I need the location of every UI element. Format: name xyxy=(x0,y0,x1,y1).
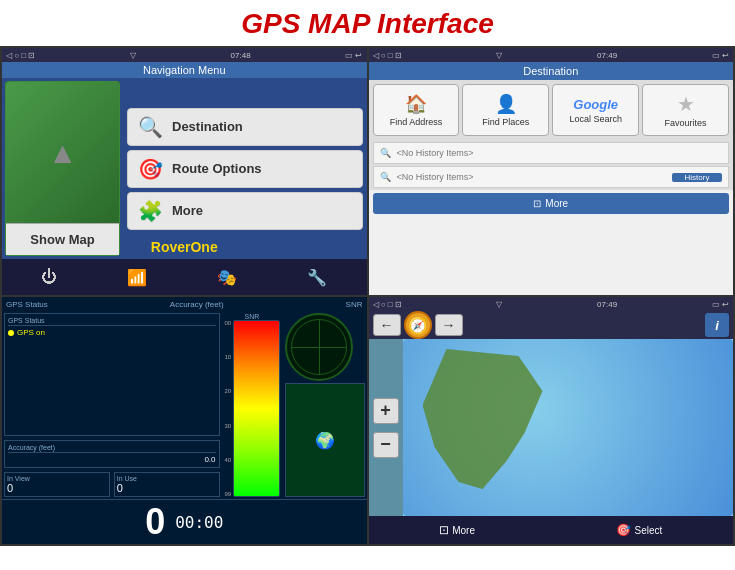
nav-bottom-toolbar: ⏻ 📶 🎭 🔧 xyxy=(2,259,367,295)
map-bottom-toolbar: ⊡ More 🎯 Select xyxy=(369,516,734,544)
snr-num-30: 30 xyxy=(225,423,232,429)
gps-on-label: GPS on xyxy=(17,328,45,337)
gps-main-content: GPS Status GPS on Accuracy (feet) 0.0 In… xyxy=(2,311,367,499)
map-select-icon: 🎯 xyxy=(616,523,631,537)
history-side-label: History xyxy=(672,173,722,182)
nav-map-preview: ▲ xyxy=(6,82,119,223)
screen-destination: ◁ ○ □ ⊡ ▽ 07:49 ▭ ↩ Destination 🏠 Find A… xyxy=(369,48,734,295)
screen4-left-icons: ◁ ○ □ ⊡ xyxy=(373,300,402,309)
screen4-status-bar: ◁ ○ □ ⊡ ▽ 07:49 ▭ ↩ xyxy=(369,297,734,311)
route-options-label: Route Options xyxy=(172,161,262,176)
history-row-1[interactable]: 🔍 <No History Items> xyxy=(373,142,730,164)
screen2-right-icons: ▭ ↩ xyxy=(712,51,729,60)
map-more-label: More xyxy=(452,525,475,536)
info-button[interactable]: i xyxy=(705,313,729,337)
more-icon: 🧩 xyxy=(136,199,164,223)
screens-container: ◁ ○ □ ⊡ ▽ 07:48 ▭ ↩ Navigation Menu ▲ Sh… xyxy=(0,46,735,546)
snr-color-bar xyxy=(233,320,279,497)
map-globe-view xyxy=(403,339,734,516)
in-use-value: 0 xyxy=(117,482,217,494)
gps-status-panel: GPS Status GPS on xyxy=(4,313,220,436)
snr-bar-panel: SNR 00 10 20 30 40 99 xyxy=(225,313,280,497)
map-body: + − xyxy=(369,339,734,516)
find-places-button[interactable]: 👤 Find Places xyxy=(462,84,549,136)
snr-numbers-col: 00 10 20 30 40 99 xyxy=(225,320,234,497)
snr-label: SNR xyxy=(225,313,280,320)
screen1-title-bar: Navigation Menu xyxy=(2,62,367,78)
find-address-icon: 🏠 xyxy=(405,93,427,115)
in-view-panel: In View 0 xyxy=(4,472,110,497)
accuracy-header-label: Accuracy (feet) xyxy=(8,444,216,453)
map-zoom-controls: + − xyxy=(369,339,403,516)
page-title: GPS MAP Interface xyxy=(0,0,735,46)
nav-item-route-options[interactable]: 🎯 Route Options xyxy=(127,150,363,188)
continent-north-america xyxy=(423,349,543,489)
map-select-button[interactable]: 🎯 Select xyxy=(608,521,670,539)
gps-on-indicator: GPS on xyxy=(8,328,216,337)
in-use-panel: In Use 0 xyxy=(114,472,220,497)
map-navigation-buttons: ← 🧭 → xyxy=(373,311,463,339)
screen4-time: 07:49 xyxy=(597,300,617,309)
google-icon: Google xyxy=(573,97,618,112)
settings-icon[interactable]: 🔧 xyxy=(307,268,327,287)
history-row-2[interactable]: 🔍 <No History Items> History xyxy=(373,166,730,188)
history-section: 🔍 <No History Items> 🔍 <No History Items… xyxy=(369,140,734,190)
signal-icon: 📶 xyxy=(127,268,147,287)
destination-more-button[interactable]: ⊡ More xyxy=(373,193,730,214)
favourites-button[interactable]: ★ Favourites xyxy=(642,84,729,136)
more-label: More xyxy=(172,203,203,218)
destination-title-bar: Destination xyxy=(369,62,734,80)
screen1-left-icons: ◁ ○ □ ⊡ xyxy=(6,51,35,60)
favourites-label: Favourites xyxy=(665,118,707,128)
gps-dot xyxy=(8,330,14,336)
screen2-status-bar: ◁ ○ □ ⊡ ▽ 07:49 ▭ ↩ xyxy=(369,48,734,62)
nav-menu-list: 🔍 Destination 🎯 Route Options 🧩 More xyxy=(123,78,367,259)
history-item-2-text: <No History Items> xyxy=(397,172,667,182)
screen1-time: 07:48 xyxy=(231,51,251,60)
nav-item-destination[interactable]: 🔍 Destination xyxy=(127,108,363,146)
screen1-signal: ▽ xyxy=(130,51,136,60)
destination-label: Destination xyxy=(172,119,243,134)
zoom-in-button[interactable]: + xyxy=(373,398,399,424)
world-map-mini: 🌍 xyxy=(285,383,365,497)
show-map-button[interactable]: Show Map xyxy=(6,223,119,255)
zoom-out-button[interactable]: − xyxy=(373,432,399,458)
power-icon[interactable]: ⏻ xyxy=(41,268,57,286)
screen3-accuracy-header: Accuracy (feet) xyxy=(170,300,224,309)
local-search-label: Local Search xyxy=(569,114,622,124)
nav-body: ▲ Show Map 🔍 Destination 🎯 Route Options… xyxy=(2,78,367,259)
screen3-snr-header: SNR xyxy=(346,300,363,309)
local-search-button[interactable]: Google Local Search xyxy=(552,84,639,136)
compass-icon: 🧭 xyxy=(408,316,428,335)
map-arrow-left-button[interactable]: ← xyxy=(373,314,401,336)
gps-status-title: GPS Status xyxy=(6,300,48,309)
map-arrow-right-button[interactable]: → xyxy=(435,314,463,336)
speed-time-bar: 0 00:00 xyxy=(2,499,367,544)
route-options-icon: 🎯 xyxy=(136,157,164,181)
screen-map-view: ◁ ○ □ ⊡ ▽ 07:49 ▭ ↩ ← 🧭 → i + − xyxy=(369,297,734,544)
accuracy-value-display: 0.0 xyxy=(8,455,216,464)
radar-display xyxy=(285,313,353,381)
snr-num-00: 00 xyxy=(225,320,232,326)
screen-navigation: ◁ ○ □ ⊡ ▽ 07:48 ▭ ↩ Navigation Menu ▲ Sh… xyxy=(2,48,367,295)
history-clock-icon: 🔍 xyxy=(380,172,391,182)
dest-more-icon: ⊡ xyxy=(533,198,541,209)
find-address-button[interactable]: 🏠 Find Address xyxy=(373,84,460,136)
destination-buttons: 🏠 Find Address 👤 Find Places Google Loca… xyxy=(369,80,734,140)
map-more-button[interactable]: ⊡ More xyxy=(431,521,483,539)
nav-item-more[interactable]: 🧩 More xyxy=(127,192,363,230)
snr-num-99: 99 xyxy=(225,491,232,497)
history-item-1-text: <No History Items> xyxy=(397,148,723,158)
screen1-status-bar: ◁ ○ □ ⊡ ▽ 07:48 ▭ ↩ xyxy=(2,48,367,62)
snr-num-20: 20 xyxy=(225,388,232,394)
screen2-signal: ▽ xyxy=(496,51,502,60)
screen1-right-icons: ▭ ↩ xyxy=(345,51,362,60)
map-preview-icon: ▲ xyxy=(48,136,78,170)
compass-button[interactable]: 🧭 xyxy=(404,311,432,339)
screen4-right-icons: ▭ ↩ xyxy=(712,300,729,309)
snr-num-10: 10 xyxy=(225,354,232,360)
screen2-left-icons: ◁ ○ □ ⊡ xyxy=(373,51,402,60)
favourites-icon: ★ xyxy=(677,92,695,116)
snr-num-40: 40 xyxy=(225,457,232,463)
destination-icon: 🔍 xyxy=(136,115,164,139)
